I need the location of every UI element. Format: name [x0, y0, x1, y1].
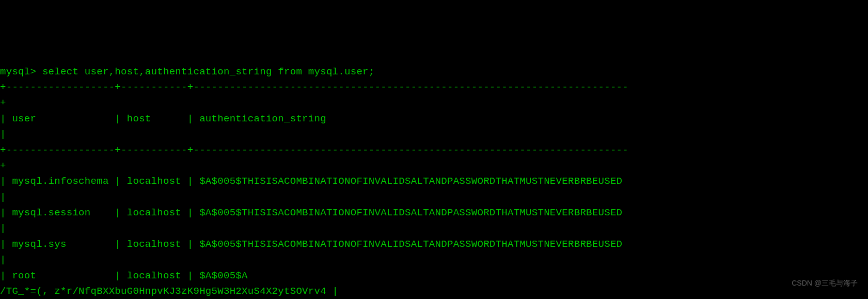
table-row-wrap: /TG_*=(, z*r/NfqBXXbuG0HnpvKJ3zK9Hg5W3H2…	[0, 286, 338, 297]
table-row-wrap: |	[0, 223, 6, 234]
csdn-watermark: CSDN @三毛与海子	[792, 277, 858, 289]
table-row: | mysql.infoschema | localhost | $A$005$…	[0, 176, 628, 187]
table-border-plus: +	[0, 160, 6, 171]
mysql-prompt: mysql>	[0, 66, 42, 77]
mysql-terminal[interactable]: mysql> select user,host,authentication_s…	[0, 64, 868, 299]
sql-query: select user,host,authentication_string f…	[42, 66, 375, 77]
table-row-wrap: |	[0, 192, 6, 203]
table-row: | mysql.sys | localhost | $A$005$THISISA…	[0, 239, 628, 250]
table-row-wrap: |	[0, 254, 6, 265]
table-border-top: +------------------+-----------+--------…	[0, 82, 628, 93]
table-header-pipe: |	[0, 129, 6, 140]
table-border-plus: +	[0, 97, 6, 108]
table-row: | root | localhost | $A$005$A	[0, 270, 248, 281]
table-header-row: | user | host | authentication_string	[0, 113, 640, 124]
table-border-mid: +------------------+-----------+--------…	[0, 145, 628, 156]
table-row: | mysql.session | localhost | $A$005$THI…	[0, 207, 628, 218]
